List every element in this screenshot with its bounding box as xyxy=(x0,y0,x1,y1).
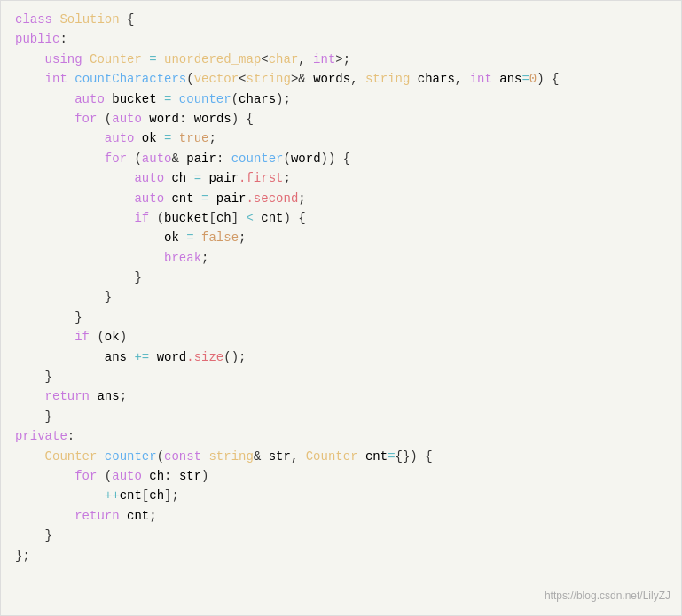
line-16: } xyxy=(15,308,667,327)
line-19: } xyxy=(15,367,667,386)
line-6: for (auto word: words) { xyxy=(15,109,667,129)
watermark-text: https://blog.csdn.net/LilyZJ xyxy=(545,588,670,604)
line-26: return cnt; xyxy=(15,506,667,526)
line-4: int countCharacters(vector<string>& word… xyxy=(15,69,667,89)
line-1: class Solution { xyxy=(15,10,667,29)
line-25: ++cnt[ch]; xyxy=(15,486,667,505)
line-3: using Counter = unordered_map<char, int>… xyxy=(15,50,667,69)
line-18: ans += word.size(); xyxy=(15,347,667,367)
line-27: } xyxy=(15,526,667,545)
code-block: class Solution { public: using Counter =… xyxy=(0,0,682,616)
line-15: } xyxy=(15,287,667,307)
line-20: return ans; xyxy=(15,386,667,406)
line-12: ok = false; xyxy=(15,228,667,247)
line-11: if (bucket[ch] < cnt) { xyxy=(15,208,667,228)
line-2: public: xyxy=(15,29,667,49)
line-9: auto ch = pair.first; xyxy=(15,168,667,188)
line-17: if (ok) xyxy=(15,327,667,347)
line-28: }; xyxy=(15,546,667,565)
line-23: Counter counter(const string& str, Count… xyxy=(15,447,667,466)
line-5: auto bucket = counter(chars); xyxy=(15,90,667,109)
line-14: } xyxy=(15,268,667,287)
line-8: for (auto& pair: counter(word)) { xyxy=(15,149,667,168)
line-13: break; xyxy=(15,248,667,268)
line-22: private: xyxy=(15,426,667,446)
line-21: } xyxy=(15,407,667,426)
line-7: auto ok = true; xyxy=(15,129,667,148)
line-24: for (auto ch: str) xyxy=(15,466,667,486)
line-10: auto cnt = pair.second; xyxy=(15,189,667,208)
